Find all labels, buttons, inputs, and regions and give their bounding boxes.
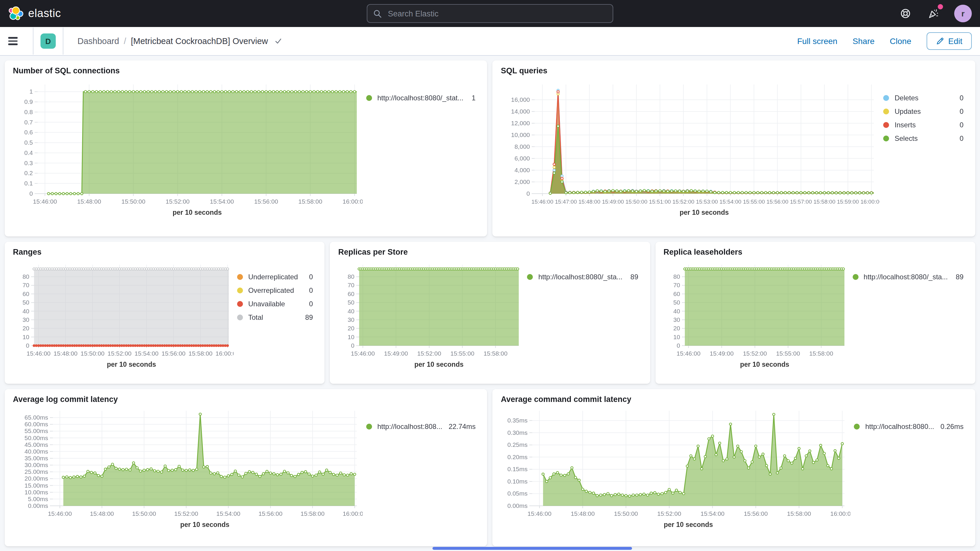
panel-title[interactable]: Number of SQL connections [5, 61, 487, 75]
svg-text:15:52:00: 15:52:00 [743, 350, 767, 357]
svg-text:1: 1 [29, 88, 33, 95]
panel-sql-queries: SQL queries 02,0004,0006,0008,00010,0001… [493, 61, 975, 236]
chart-legend: http://localhost:8080/_sta...89 [524, 258, 644, 380]
chart-replica-leaseholders[interactable]: 0102030405060708015:46:0015:49:0015:52:0… [661, 258, 849, 373]
panel-title[interactable]: Replicas per Store [330, 242, 650, 256]
svg-text:70: 70 [673, 282, 680, 288]
whats-new-button[interactable] [926, 6, 941, 21]
svg-text:15:59:00: 15:59:00 [837, 199, 859, 205]
page-title: [Metricbeat CockroachDB] Overview [131, 37, 268, 46]
legend-color-dot [883, 122, 889, 128]
chart-replicas-per-store[interactable]: 0102030405060708015:46:0015:49:0015:52:0… [336, 258, 524, 373]
legend-item[interactable]: Updates0 [883, 107, 964, 116]
global-search[interactable] [367, 4, 613, 23]
chart-average-log-commit-latency[interactable]: 0.00ms5.00ms10.00ms15.00ms20.00ms25.00ms… [11, 405, 363, 533]
svg-text:65.00ms: 65.00ms [24, 414, 48, 421]
svg-text:25.00ms: 25.00ms [24, 468, 48, 475]
search-input[interactable] [387, 8, 607, 19]
svg-text:0.00ms: 0.00ms [508, 502, 528, 509]
svg-text:20: 20 [22, 325, 29, 331]
svg-text:5.00ms: 5.00ms [28, 495, 48, 502]
badge-letter: D [46, 37, 51, 46]
legend-value: 0 [960, 94, 964, 102]
menu-button[interactable] [8, 32, 26, 50]
svg-text:per 10 seconds: per 10 seconds [415, 361, 464, 368]
edit-button[interactable]: Edit [927, 32, 972, 50]
svg-text:15:58:00: 15:58:00 [189, 350, 213, 357]
breadcrumb-dashboard-link[interactable]: Dashboard [78, 37, 119, 46]
legend-item[interactable]: Overreplicated0 [237, 287, 313, 295]
svg-text:15:55:00: 15:55:00 [451, 350, 475, 357]
legend-label: http://localhost:8080/_sta... [538, 273, 625, 281]
svg-text:20: 20 [348, 325, 355, 331]
legend-color-dot [854, 424, 860, 430]
legend-color-dot [237, 274, 243, 280]
legend-label: http://localhost:8080... [865, 422, 934, 431]
edit-button-label: Edit [948, 37, 963, 46]
svg-text:per 10 seconds: per 10 seconds [172, 209, 221, 216]
svg-text:15:50:00: 15:50:00 [614, 510, 638, 517]
title-menu-button[interactable] [274, 37, 282, 45]
svg-text:15:53:00: 15:53:00 [696, 199, 718, 205]
svg-text:60.00ms: 60.00ms [24, 421, 48, 427]
elastic-logo[interactable]: elastic [8, 6, 61, 21]
svg-text:80: 80 [22, 273, 29, 280]
legend-item[interactable]: Underreplicated0 [237, 273, 313, 281]
svg-text:15:50:00: 15:50:00 [132, 510, 156, 517]
pencil-icon [936, 37, 944, 45]
legend-color-dot [237, 315, 243, 320]
clone-button[interactable]: Clone [890, 37, 912, 46]
chart-number-of-sql-connections[interactable]: 00.10.20.30.40.50.60.70.80.9115:46:0015:… [11, 76, 363, 223]
legend-color-dot [366, 424, 372, 430]
panel-title[interactable]: SQL queries [493, 61, 975, 75]
svg-text:16,000: 16,000 [511, 96, 530, 103]
panel-title[interactable]: Ranges [5, 242, 325, 256]
legend-color-dot [883, 135, 889, 142]
svg-text:15:55:00: 15:55:00 [776, 350, 800, 357]
horizontal-scrollbar-thumb[interactable] [433, 547, 632, 550]
legend-label: Selects [895, 134, 954, 143]
chart-legend: http://localhost:8080/_sta...89 [849, 258, 969, 380]
chart-ranges[interactable]: 0102030405060708015:46:0015:48:0015:50:0… [11, 258, 234, 373]
legend-label: http://localhost:808... [377, 422, 443, 431]
legend-item[interactable]: Unavailable0 [237, 300, 313, 308]
dashboard-app-badge[interactable]: D [40, 33, 56, 49]
user-avatar[interactable]: r [954, 5, 972, 22]
full-screen-button[interactable]: Full screen [797, 37, 837, 46]
svg-text:15:52:00: 15:52:00 [166, 198, 190, 205]
legend-item[interactable]: http://localhost:8080/_stat...1 [366, 94, 476, 102]
legend-item[interactable]: http://localhost:8080...0.26ms [854, 422, 964, 431]
chart-legend: http://localhost:8080/_stat...1 [363, 76, 482, 233]
legend-item[interactable]: http://localhost:8080/_sta...89 [527, 273, 638, 281]
svg-text:15:56:00: 15:56:00 [767, 199, 789, 205]
svg-text:0.4: 0.4 [24, 149, 33, 156]
svg-text:15:52:00: 15:52:00 [417, 350, 442, 357]
svg-text:16:00:00: 16:00:00 [861, 199, 880, 205]
legend-item[interactable]: http://localhost:8080/_sta...89 [853, 273, 964, 281]
svg-text:15:48:00: 15:48:00 [571, 510, 595, 517]
panel-title[interactable]: Average command commit latency [493, 389, 975, 404]
svg-text:0.9: 0.9 [24, 98, 33, 105]
svg-text:30: 30 [348, 316, 355, 323]
legend-item[interactable]: Deletes0 [883, 94, 964, 102]
chart-average-command-commit-latency[interactable]: 0.00ms0.05ms0.10ms0.15ms0.20ms0.25ms0.30… [498, 405, 851, 533]
legend-color-dot [853, 274, 858, 280]
svg-text:15:54:00: 15:54:00 [135, 350, 159, 357]
chart-sql-queries[interactable]: 02,0004,0006,0008,00010,00012,00014,0001… [498, 76, 880, 223]
panel-replica-leaseholders: Replica leaseholders 0102030405060708015… [655, 242, 975, 384]
legend-item[interactable]: http://localhost:808...22.74ms [366, 422, 476, 431]
help-button[interactable] [898, 6, 913, 21]
legend-item[interactable]: Selects0 [883, 134, 964, 143]
chart-legend: Underreplicated0Overreplicated0Unavailab… [234, 258, 319, 380]
legend-color-dot [237, 301, 243, 307]
share-button[interactable]: Share [853, 37, 875, 46]
panel-title[interactable]: Average log commit latency [5, 389, 487, 404]
svg-text:10,000: 10,000 [511, 131, 530, 138]
legend-value: 0 [960, 134, 964, 143]
panel-title[interactable]: Replica leaseholders [655, 242, 975, 256]
legend-item[interactable]: Inserts0 [883, 121, 964, 129]
legend-item[interactable]: Total89 [237, 313, 313, 322]
party-popper-icon [928, 8, 940, 19]
svg-text:0.20ms: 0.20ms [508, 454, 528, 460]
legend-label: Underreplicated [248, 273, 303, 281]
